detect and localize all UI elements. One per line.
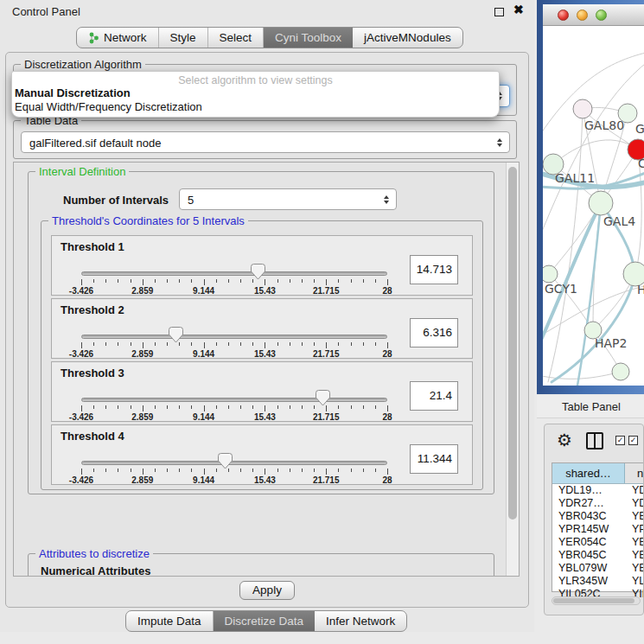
mac-minimize-icon[interactable] <box>577 10 588 21</box>
table-data-combo[interactable]: galFiltered.sif default node <box>21 131 510 153</box>
mac-zoom-icon[interactable] <box>596 10 607 21</box>
tab-jactivemnodules[interactable]: jActiveMNodules <box>353 28 462 48</box>
table-row[interactable]: YBL079WYBL0 <box>552 562 644 575</box>
node-table: shared… na YDL19…YDL1YDR27…YDR2YBR043CYB… <box>552 462 644 592</box>
tick-mark <box>155 279 156 283</box>
table-row[interactable]: YDL19…YDL1 <box>552 484 644 497</box>
tick-mark <box>265 342 265 348</box>
table-row[interactable]: YLR345WYLR3 <box>552 575 644 588</box>
tick-label: 21.715 <box>313 286 340 296</box>
tick-mark <box>131 469 131 472</box>
table-header-row: shared… na <box>552 463 644 484</box>
slider-thumb[interactable] <box>218 453 233 469</box>
table-row[interactable]: YDR27…YDR2 <box>552 497 644 510</box>
tab-impute-data[interactable]: Impute Data <box>126 611 214 631</box>
threshold-slider[interactable]: -3.4262.8599.14415.4321.71528 <box>52 446 406 484</box>
network-node-ga[interactable] <box>618 104 637 123</box>
network-edge[interactable] <box>543 372 621 379</box>
tick-mark <box>351 342 352 346</box>
mac-close-icon[interactable] <box>558 10 569 21</box>
scrollbar-thumb[interactable] <box>553 598 634 603</box>
tick-label: 9.144 <box>193 286 214 296</box>
tick-mark <box>93 405 94 409</box>
table-row[interactable]: YER054CYER0 <box>552 536 644 549</box>
tick-mark <box>216 342 217 346</box>
node-label: GAL4 <box>603 214 635 228</box>
table-cell[interactable]: YLR345W <box>552 575 625 588</box>
table-cell[interactable]: YDL1 <box>625 484 644 497</box>
slider-track[interactable] <box>81 271 387 276</box>
table-cell[interactable]: YER054C <box>552 536 625 549</box>
tab-network[interactable]: Network <box>77 28 159 48</box>
numerical-attributes-label: Numerical Attributes <box>41 564 150 577</box>
vertical-scrollbar[interactable] <box>506 163 519 576</box>
network-node-gal80[interactable] <box>573 99 592 118</box>
float-window-icon[interactable] <box>494 8 504 16</box>
table-cell[interactable]: YDR2 <box>625 497 644 510</box>
settings-scroll-area: Interval Definition Number of Intervals … <box>13 162 520 577</box>
slider-thumb[interactable] <box>169 327 183 343</box>
network-window-titlebar[interactable] <box>543 4 644 26</box>
network-node-gcy1[interactable] <box>543 265 558 283</box>
dropdown-item-equal-width-frequency[interactable]: Equal Width/Frequency Discretization <box>12 100 499 114</box>
slider-track[interactable] <box>81 461 387 465</box>
table-cell[interactable]: YBR0 <box>625 510 644 523</box>
network-edge[interactable] <box>553 140 638 164</box>
table-cell[interactable]: YDL19… <box>552 484 625 497</box>
checkbox-icon[interactable]: ✓ <box>615 436 625 445</box>
table-row[interactable]: YPR145WYPR1 <box>552 523 644 536</box>
split-view-icon[interactable] <box>586 432 603 450</box>
network-edge[interactable] <box>548 109 583 382</box>
tab-cyni-toolbox[interactable]: Cyni Toolbox <box>264 28 353 48</box>
threshold-value-field[interactable]: 6.316 <box>410 318 458 348</box>
tab-style[interactable]: Style <box>159 28 208 48</box>
table-row[interactable]: YBR043CYBR0 <box>552 510 644 523</box>
tab-label: Network <box>104 31 147 44</box>
threshold-value-field[interactable]: 14.713 <box>410 255 458 284</box>
slider-track[interactable] <box>81 398 387 402</box>
horizontal-scrollbar[interactable] <box>552 596 641 605</box>
tick-mark <box>105 342 106 346</box>
table-cell[interactable]: YER0 <box>625 536 644 549</box>
tick-label: -3.426 <box>69 349 93 359</box>
tick-mark <box>326 279 327 285</box>
table-cell[interactable]: YPR145W <box>552 523 625 536</box>
close-icon[interactable]: ✖ <box>513 3 524 16</box>
tick-label: 2.859 <box>131 412 153 422</box>
tab-select[interactable]: Select <box>208 28 265 48</box>
slider-thumb[interactable] <box>316 390 330 406</box>
apply-button[interactable]: Apply <box>239 581 295 600</box>
network-canvas[interactable]: GAL80GACGAL11GAL4GCY1HHAP2 <box>543 26 644 386</box>
scrollbar-thumb[interactable] <box>508 167 517 520</box>
table-cell[interactable]: YBR0 <box>625 549 644 562</box>
column-header-name[interactable]: na <box>625 463 644 483</box>
threshold-slider[interactable]: -3.4262.8599.14415.4321.71528 <box>52 257 406 295</box>
threshold-value-field[interactable]: 11.344 <box>410 444 458 474</box>
network-node-gal4[interactable] <box>589 191 613 215</box>
tab-discretize-data[interactable]: Discretize Data <box>214 611 316 631</box>
number-of-intervals-combo[interactable]: 5 <box>179 188 397 210</box>
tick-mark <box>191 279 192 283</box>
threshold-value-field[interactable]: 21.4 <box>410 381 458 411</box>
table-cell[interactable]: YBL079W <box>552 562 625 575</box>
checkbox-icon[interactable]: ✓ <box>628 436 638 445</box>
table-row[interactable]: YBR045CYBR0 <box>552 549 644 562</box>
gear-icon[interactable]: ⚙ <box>557 431 572 449</box>
table-cell[interactable]: YBL0 <box>625 562 644 575</box>
table-cell[interactable]: YBR043C <box>552 510 625 523</box>
threshold-slider[interactable]: -3.4262.8599.14415.4321.71528 <box>52 320 406 358</box>
tick-mark <box>265 405 265 411</box>
table-cell[interactable]: YLR3 <box>625 575 644 588</box>
slider-ruler: -3.4262.8599.14415.4321.71528 <box>81 469 387 484</box>
threshold-slider[interactable]: -3.4262.8599.14415.4321.71528 <box>52 383 406 421</box>
table-cell[interactable]: YDR27… <box>552 497 625 510</box>
column-header-shared-name[interactable]: shared… <box>552 463 625 483</box>
table-cell[interactable]: YPR1 <box>625 523 644 536</box>
tab-infer-network[interactable]: Infer Network <box>315 611 406 631</box>
slider-track[interactable] <box>81 335 387 339</box>
slider-thumb[interactable] <box>251 264 265 280</box>
network-node[interactable] <box>612 363 629 380</box>
table-cell[interactable]: YBR045C <box>552 549 625 562</box>
tick-mark <box>252 342 253 346</box>
dropdown-item-manual-discretization[interactable]: Manual Discretization <box>12 86 499 100</box>
